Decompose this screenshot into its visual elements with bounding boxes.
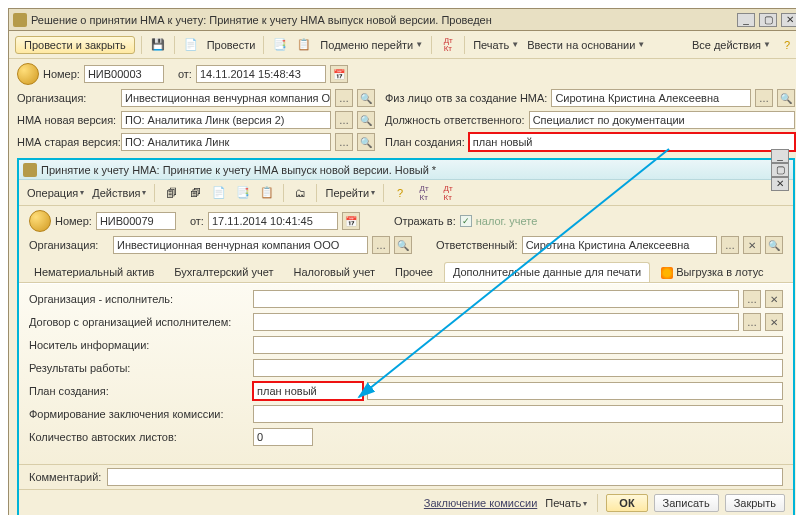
tab-buh[interactable]: Бухгалтерский учет [165, 262, 282, 282]
resp-field[interactable]: Сиротина Кристина Алексеевна [522, 236, 717, 254]
operation-menu[interactable]: Операция▾ [25, 187, 86, 199]
action-icon-1[interactable]: 📑 [270, 35, 290, 55]
contract-x[interactable]: ✕ [765, 313, 783, 331]
doc-big-icon [17, 63, 39, 85]
copies-label: Количество автоских листов: [29, 431, 249, 443]
goto-menu[interactable]: Перейти▾ [323, 187, 377, 199]
plan-label: План создания: [385, 136, 465, 148]
tb-help-icon[interactable]: ? [390, 183, 410, 203]
inner-number-field[interactable]: НИВ00079 [96, 212, 176, 230]
post-icon[interactable]: 📄 [181, 35, 201, 55]
inner-org-field[interactable]: Инвестиционная венчурная компания ООО [113, 236, 368, 254]
tab-print-data[interactable]: Дополнительные данные для печати [444, 262, 650, 282]
calendar-button[interactable]: 📅 [330, 65, 348, 83]
inner-toolbar: Операция▾ Действия▾ 🗐 🗊 📄 📑 📋 🗂 Перейти▾… [19, 180, 793, 206]
oldver-label: НМА старая версия: [17, 136, 117, 148]
tb-dtkt-1[interactable]: ДтКт [414, 183, 434, 203]
submenu-goto[interactable]: Подменю перейти▼ [318, 39, 425, 51]
org-open-button[interactable]: 🔍 [357, 89, 375, 107]
inner-big-icon [29, 210, 51, 232]
results-field[interactable] [253, 359, 783, 377]
org-field[interactable]: Инвестиционная венчурная компания О... [121, 89, 331, 107]
inner-plan-label: План создания: [29, 385, 249, 397]
inner-plan-field-ext[interactable] [367, 382, 783, 400]
inner-org-select[interactable]: … [372, 236, 390, 254]
oldver-select-button[interactable]: … [335, 133, 353, 151]
ok-button[interactable]: ОК [606, 494, 647, 512]
tb-dtkt-2[interactable]: ДтКт [438, 183, 458, 203]
tax-checkbox[interactable]: ✓ [460, 215, 472, 227]
tb-icon-2[interactable]: 🗊 [185, 183, 205, 203]
inner-org-open[interactable]: 🔍 [394, 236, 412, 254]
newver-field[interactable]: ПО: Аналитика Линк (версия 2) [121, 111, 331, 129]
minimize-button[interactable]: _ [737, 13, 755, 27]
post-button[interactable]: Провести [205, 39, 258, 51]
action-icon-2[interactable]: 📋 [294, 35, 314, 55]
window-title: Решение о принятии НМА к учету: Принятие… [31, 14, 492, 26]
number-field[interactable]: НИВ00003 [84, 65, 164, 83]
inner-calendar-button[interactable]: 📅 [342, 212, 360, 230]
tab-tax[interactable]: Налоговый учет [284, 262, 384, 282]
save-icon[interactable]: 💾 [148, 35, 168, 55]
inner-min-button[interactable]: _ [771, 149, 789, 163]
inner-max-button[interactable]: ▢ [771, 163, 789, 177]
org-select-button[interactable]: … [335, 89, 353, 107]
inner-plan-field[interactable]: план новый [253, 382, 363, 400]
copies-field[interactable]: 0 [253, 428, 313, 446]
contract-label: Договор с организацией исполнителем: [29, 316, 249, 328]
inner-title: Принятие к учету НМА: Принятие к учету Н… [41, 164, 436, 176]
tb-icon-6[interactable]: 🗂 [290, 183, 310, 203]
org-label: Организация: [17, 92, 117, 104]
post-close-button[interactable]: Провести и закрыть [15, 36, 135, 54]
org-exec-x[interactable]: ✕ [765, 290, 783, 308]
resp-open[interactable]: 🔍 [765, 236, 783, 254]
org-exec-sel[interactable]: … [743, 290, 761, 308]
conclusion-field[interactable] [253, 405, 783, 423]
all-actions-menu[interactable]: Все действия▼ [690, 39, 773, 51]
tab-lotus[interactable]: Выгрузка в лотус [652, 262, 772, 282]
results-label: Результаты работы: [29, 362, 249, 374]
contract-field[interactable] [253, 313, 739, 331]
tb-icon-1[interactable]: 🗐 [161, 183, 181, 203]
newver-open-button[interactable]: 🔍 [357, 111, 375, 129]
plan-field[interactable]: план новый [469, 133, 795, 151]
maximize-button[interactable]: ▢ [759, 13, 777, 27]
tb-icon-4[interactable]: 📑 [233, 183, 253, 203]
org-exec-field[interactable] [253, 290, 739, 308]
print-menu-inner[interactable]: Печать▾ [543, 497, 589, 509]
pos-label: Должность ответственного: [385, 114, 525, 126]
oldver-open-button[interactable]: 🔍 [357, 133, 375, 151]
pos-field[interactable]: Специалист по документации [529, 111, 795, 129]
tb-icon-5[interactable]: 📋 [257, 183, 277, 203]
lotus-icon [661, 267, 673, 279]
tab-other[interactable]: Прочее [386, 262, 442, 282]
outer-titlebar: Решение о принятии НМА к учету: Принятие… [9, 9, 796, 31]
doc-icon [13, 13, 27, 27]
save-button[interactable]: Записать [654, 494, 719, 512]
media-field[interactable] [253, 336, 783, 354]
tb-icon-3[interactable]: 📄 [209, 183, 229, 203]
actions-menu[interactable]: Действия▾ [90, 187, 148, 199]
close-button-inner[interactable]: Закрыть [725, 494, 785, 512]
conclusion-link[interactable]: Заключение комиссии [424, 497, 537, 509]
resp-clear[interactable]: … [721, 236, 739, 254]
outer-window: Решение о принятии НМА к учету: Принятие… [8, 8, 796, 515]
close-button[interactable]: ✕ [781, 13, 796, 27]
based-on-menu[interactable]: Ввести на основании▼ [525, 39, 647, 51]
fiz-field[interactable]: Сиротина Кристина Алексеевна [551, 89, 751, 107]
tabs: Нематериальный актив Бухгалтерский учет … [19, 258, 793, 283]
print-menu[interactable]: Печать▼ [471, 39, 521, 51]
oldver-field[interactable]: ПО: Аналитика Линк [121, 133, 331, 151]
fiz-select-button[interactable]: … [755, 89, 773, 107]
inner-footer: Заключение комиссии Печать▾ ОК Записать … [19, 489, 793, 515]
resp-x[interactable]: ✕ [743, 236, 761, 254]
help-icon[interactable]: ? [777, 35, 796, 55]
tab-nma[interactable]: Нематериальный актив [25, 262, 163, 282]
newver-select-button[interactable]: … [335, 111, 353, 129]
contract-sel[interactable]: … [743, 313, 761, 331]
date-field[interactable]: 14.11.2014 15:48:43 [196, 65, 326, 83]
dtkt-icon[interactable]: ДтКт [438, 35, 458, 55]
fiz-open-button[interactable]: 🔍 [777, 89, 795, 107]
comment-field[interactable] [107, 468, 783, 486]
inner-date-field[interactable]: 17.11.2014 10:41:45 [208, 212, 338, 230]
